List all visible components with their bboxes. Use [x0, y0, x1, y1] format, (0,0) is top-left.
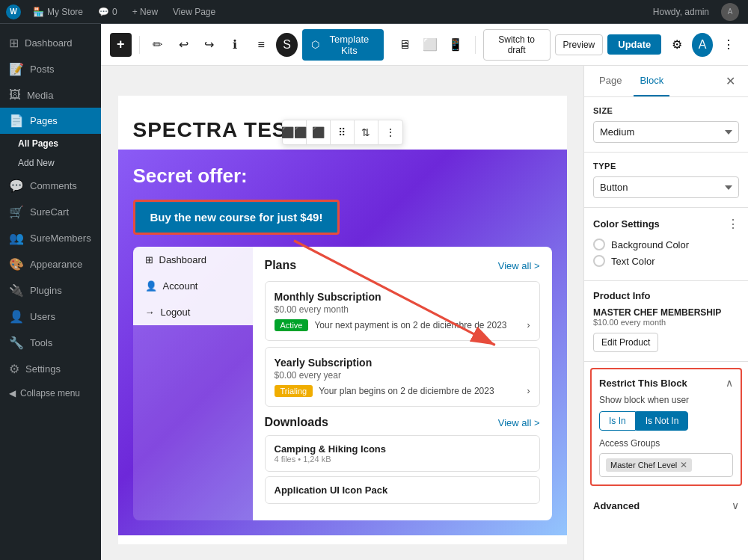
- logout-nav-label: Logout: [161, 307, 191, 318]
- sidebar-item-posts[interactable]: 📝 Posts: [0, 56, 101, 82]
- block-type-switcher[interactable]: ⬛⬛: [283, 120, 307, 144]
- restrict-this-block-section: Restrict This Block ∧ Show block when us…: [590, 368, 742, 486]
- plans-view-all[interactable]: View all >: [498, 260, 540, 271]
- comments-icon: 💬: [9, 179, 24, 193]
- collapse-label: Collapse menu: [20, 388, 80, 399]
- restrict-collapse-button[interactable]: ∧: [726, 377, 733, 389]
- mobile-view-button[interactable]: 📱: [444, 33, 468, 57]
- surecart-icon: 🛒: [9, 205, 24, 219]
- wp-logo-icon[interactable]: W: [6, 4, 21, 19]
- portal-nav: ⊞ Dashboard 👤 Account → Logout: [133, 247, 253, 325]
- sidebar-item-tools[interactable]: 🔧 Tools: [0, 330, 101, 356]
- more-options-button[interactable]: ⋮: [717, 33, 739, 57]
- is-in-button[interactable]: Is In: [599, 411, 636, 431]
- block-more-options[interactable]: ⋮: [378, 120, 402, 144]
- text-color-radio[interactable]: [593, 255, 605, 267]
- info-button[interactable]: ℹ: [224, 33, 246, 57]
- panel-tab-page[interactable]: Page: [593, 66, 628, 96]
- type-select[interactable]: Button Link: [593, 176, 739, 198]
- sidebar-item-settings[interactable]: ⚙ Settings: [0, 356, 101, 382]
- add-block-button[interactable]: +: [110, 33, 132, 57]
- collapse-menu[interactable]: ◀ Collapse menu: [0, 382, 101, 404]
- admin-bar-avatar[interactable]: A: [718, 3, 742, 21]
- sidebar-item-suremembers[interactable]: 👥 SureMembers: [0, 225, 101, 251]
- sidebar-label-dashboard: Dashboard: [25, 37, 73, 49]
- redo-button[interactable]: ↪: [199, 33, 221, 57]
- portal-nav-logout[interactable]: → Logout: [133, 299, 253, 325]
- sidebar-item-media[interactable]: 🖼 Media: [0, 82, 101, 108]
- downloads-view-all[interactable]: View all >: [498, 417, 540, 428]
- access-tag: Master Chef Level ✕: [606, 458, 692, 472]
- gear-icon-button[interactable]: ⚙: [666, 33, 687, 57]
- sidebar-item-comments[interactable]: 💬 Comments: [0, 173, 101, 199]
- admin-bar-view-page[interactable]: View Page: [170, 7, 218, 17]
- collapse-icon: ◀: [9, 388, 16, 399]
- purple-section: ⬛⬛ ⬛ ⠿ ⇅ ⋮ Secret offer: Buy the new cou…: [118, 150, 567, 535]
- access-tag-remove[interactable]: ✕: [680, 460, 687, 470]
- sidebar: ⊞ Dashboard 📝 Posts 🖼 Media 📄 Pages All …: [0, 24, 101, 560]
- spectra-a-button[interactable]: A: [692, 33, 714, 57]
- product-name: MASTER CHEF MEMBERSHIP: [593, 307, 739, 318]
- template-kits-button[interactable]: ⬡ Template Kits: [302, 29, 384, 61]
- product-price: $10.00 every month: [593, 318, 739, 327]
- admin-bar-new[interactable]: + New: [129, 7, 161, 17]
- update-button[interactable]: Update: [607, 34, 661, 55]
- desktop-view-button[interactable]: 🖥: [393, 33, 417, 57]
- list-view-button[interactable]: ≡: [251, 33, 272, 57]
- portal-nav-dashboard[interactable]: ⊞ Dashboard: [133, 247, 253, 273]
- undo-button[interactable]: ↩: [173, 33, 194, 57]
- panel-close-button[interactable]: ✕: [721, 73, 739, 90]
- size-select[interactable]: Medium Small Large: [593, 121, 739, 143]
- cta-button[interactable]: Buy the new course for just $49!: [133, 200, 340, 235]
- page-content: SPECTRA TEST ⬛⬛ ⬛ ⠿ ⇅ ⋮ Secret offer:: [118, 96, 567, 544]
- block-move-left[interactable]: ⬛: [307, 120, 331, 144]
- content-area: + ✏ ↩ ↪ ℹ ≡ S ⬡ Template Kits 🖥 ⬜ 📱 Swit…: [101, 24, 748, 560]
- background-color-radio[interactable]: [593, 239, 605, 250]
- product-info-collapse[interactable]: ∧: [732, 290, 739, 301]
- tablet-view-button[interactable]: ⬜: [418, 33, 442, 57]
- sidebar-item-pages[interactable]: 📄 Pages: [0, 108, 101, 134]
- admin-bar-comments[interactable]: 💬 0: [95, 7, 120, 17]
- sidebar-item-surecart[interactable]: 🛒 SureCart: [0, 199, 101, 225]
- editor-toolbar: + ✏ ↩ ↪ ℹ ≡ S ⬡ Template Kits 🖥 ⬜ 📱 Swit…: [101, 24, 748, 66]
- block-drag-handle[interactable]: ⠿: [331, 120, 355, 144]
- plan-arrow-yearly[interactable]: ›: [527, 386, 530, 396]
- pages-icon: 📄: [9, 114, 24, 128]
- access-groups-input[interactable]: Master Chef Level ✕: [599, 453, 733, 477]
- product-info-title: Product Info: [593, 290, 651, 301]
- preview-button[interactable]: Preview: [555, 34, 604, 55]
- download-arrow-camping[interactable]: ›: [527, 448, 530, 459]
- panel-tab-block[interactable]: Block: [634, 66, 669, 96]
- edit-product-button[interactable]: Edit Product: [593, 333, 658, 352]
- spectra-button[interactable]: S: [276, 33, 298, 57]
- sidebar-item-users[interactable]: 👤 Users: [0, 304, 101, 330]
- advanced-section: Advanced ∨: [584, 492, 748, 519]
- sidebar-item-plugins[interactable]: 🔌 Plugins: [0, 277, 101, 304]
- dashboard-icon: ⊞: [9, 36, 19, 50]
- plan-arrow-monthly[interactable]: ›: [527, 320, 530, 330]
- sidebar-sub-all-pages[interactable]: All Pages: [0, 134, 101, 153]
- advanced-toggle[interactable]: ∨: [732, 499, 739, 511]
- pen-tool-button[interactable]: ✏: [147, 33, 168, 57]
- sidebar-item-appearance[interactable]: 🎨 Appearance: [0, 251, 101, 277]
- sidebar-label-appearance: Appearance: [30, 259, 82, 270]
- download-arrow-app-ui[interactable]: ›: [527, 484, 530, 496]
- show-block-label: Show block when user: [599, 395, 733, 405]
- download-item-camping: Camping & Hiking Icons 4 files • 1,24 kB…: [265, 435, 540, 472]
- portal-nav-account[interactable]: 👤 Account: [133, 273, 253, 299]
- color-option-background[interactable]: Background Color: [593, 239, 739, 250]
- color-option-text[interactable]: Text Color: [593, 255, 739, 267]
- appearance-icon: 🎨: [9, 257, 24, 271]
- color-settings-more[interactable]: ⋮: [727, 217, 739, 231]
- sidebar-label-plugins: Plugins: [30, 285, 62, 296]
- access-groups-label: Access Groups: [599, 438, 733, 449]
- plan-name-monthly: Monthly Subscription: [275, 291, 530, 303]
- sidebar-label-pages: Pages: [30, 115, 58, 126]
- sidebar-item-dashboard[interactable]: ⊞ Dashboard: [0, 30, 101, 56]
- is-not-in-button[interactable]: Is Not In: [636, 411, 689, 431]
- sidebar-sub-add-new[interactable]: Add New: [0, 153, 101, 173]
- block-move-up-down[interactable]: ⇅: [355, 120, 378, 144]
- switch-draft-button[interactable]: Switch to draft: [483, 29, 551, 61]
- admin-bar-my-store[interactable]: 🏪 My Store: [30, 7, 86, 17]
- page-canvas[interactable]: SPECTRA TEST ⬛⬛ ⬛ ⠿ ⇅ ⋮ Secret offer:: [101, 66, 583, 560]
